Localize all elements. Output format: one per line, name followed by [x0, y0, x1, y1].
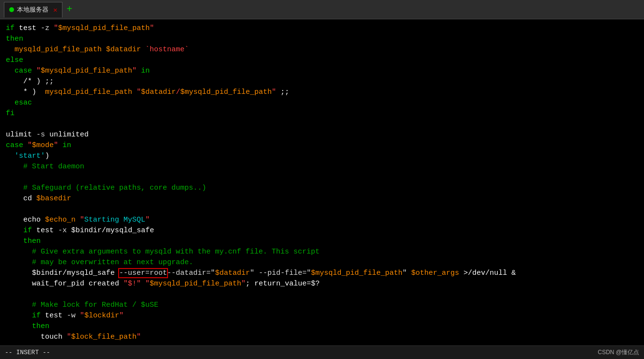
titlebar: 本地服务器 ✕ +: [0, 0, 644, 19]
tab-status-dot: [9, 7, 14, 12]
statusbar: -- INSERT -- CSDN @懂亿点: [0, 345, 644, 359]
code-content: if test -z "$mysqld_pid_file_path" then …: [6, 23, 638, 343]
tab[interactable]: 本地服务器 ✕: [4, 2, 62, 17]
tab-title: 本地服务器: [17, 5, 48, 14]
tab-close-button[interactable]: ✕: [53, 6, 57, 14]
new-tab-button[interactable]: +: [66, 4, 72, 15]
branding: CSDN @懂亿点: [598, 348, 639, 357]
code-editor[interactable]: if test -z "$mysqld_pid_file_path" then …: [0, 19, 644, 359]
editor-mode: -- INSERT --: [5, 349, 50, 356]
